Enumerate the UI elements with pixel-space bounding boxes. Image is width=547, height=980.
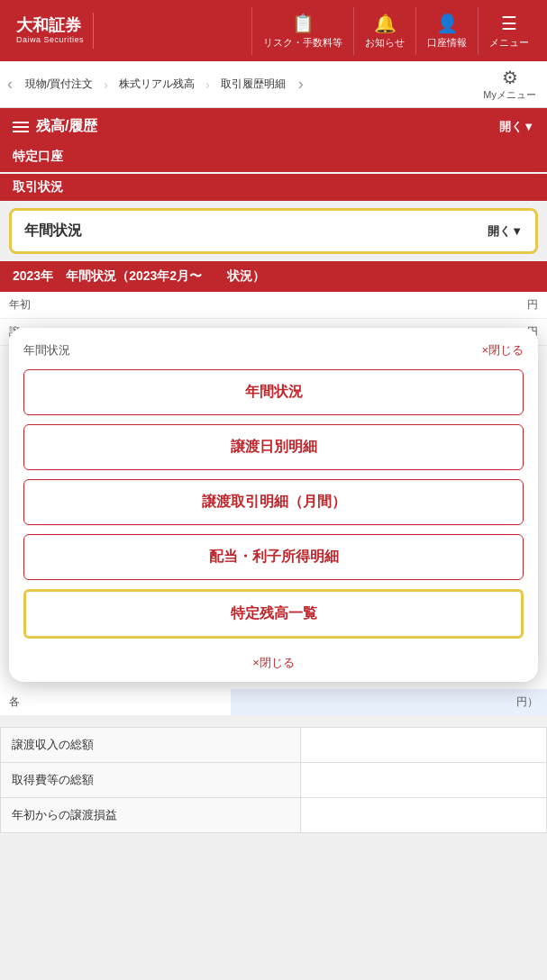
account-nav-item[interactable]: 👤 口座情報: [415, 7, 478, 55]
sub-section-tokutei: 特定口座: [0, 145, 547, 172]
bottom-table-wrapper: 譲渡収入の総額 取得費等の総額 年初からの譲渡損益: [0, 727, 547, 833]
popup-menu-tokutei[interactable]: 特定残高一覧: [23, 589, 524, 639]
logo-main: 大和証券: [16, 16, 84, 36]
cell-label: 譲渡収入の総額: [1, 728, 301, 763]
table-row: 年初からの譲渡損益: [1, 798, 547, 833]
clipboard-icon: 📋: [292, 13, 315, 34]
popup-menu-nenkan[interactable]: 年間状況: [23, 369, 524, 415]
risk-nav-label: リスク・手数料等: [263, 36, 342, 50]
app-header: 大和証券 Daiwa Securities 📋 リスク・手数料等 🔔 お知らせ …: [0, 0, 547, 61]
cell-value: [301, 798, 547, 833]
section-title: 残高/履歴: [36, 117, 97, 136]
person-icon: 👤: [436, 13, 459, 34]
popup-menu-joto-torihiki[interactable]: 譲渡取引明細（月間）: [23, 479, 524, 525]
my-menu-button[interactable]: ⚙ Myメニュー: [476, 63, 543, 105]
menu-nav-label: メニュー: [489, 36, 529, 50]
cell-label: 年初からの譲渡損益: [1, 798, 301, 833]
sub-section-label: 特定口座: [13, 149, 63, 163]
nenkanjokyo-box[interactable]: 年間状況 開く▼: [9, 208, 538, 254]
popup-header: 年間状況 ×閉じる: [23, 342, 524, 358]
account-nav-label: 口座情報: [427, 36, 467, 50]
notice-nav-item[interactable]: 🔔 お知らせ: [353, 7, 415, 55]
nenkanjokyo-label: 年間状況: [24, 222, 82, 240]
popup-menu-joto-hibet[interactable]: 譲渡日別明細: [23, 424, 524, 470]
hamburger-icon: ☰: [501, 13, 517, 34]
tab-bar: ‹ 現物/買付注文 › 株式リアル残高 › 取引履歴明細 › ⚙ Myメニュー: [0, 61, 547, 108]
risk-nav-item[interactable]: 📋 リスク・手数料等: [251, 7, 353, 55]
bottom-table: 譲渡収入の総額 取得費等の総額 年初からの譲渡損益: [0, 727, 547, 833]
popup-overlay: 年間状況 ×閉じる 年間状況 譲渡日別明細 譲渡取引明細（月間） 配当・利子所得…: [9, 328, 538, 682]
section-header: 残高/履歴 開く▼: [0, 108, 547, 145]
tab-separator-1: ›: [102, 77, 110, 92]
popup-footer-close[interactable]: ×閉じる: [23, 648, 524, 675]
menu-nav-item[interactable]: ☰ メニュー: [478, 7, 540, 55]
cell-label: 取得費等の総額: [1, 763, 301, 798]
popup-box: 年間状況 ×閉じる 年間状況 譲渡日別明細 譲渡取引明細（月間） 配当・利子所得…: [9, 328, 538, 682]
gear-icon: ⚙: [502, 67, 518, 88]
header-nav: 📋 リスク・手数料等 🔔 お知らせ 👤 口座情報 ☰ メニュー: [94, 7, 540, 55]
background-table-lower: 各 円）: [0, 689, 547, 716]
table-row: 年初 円: [0, 292, 547, 319]
notice-nav-label: お知らせ: [365, 36, 405, 50]
trade-status-label: 取引状況: [0, 174, 547, 201]
tab-genbutu[interactable]: 現物/買付注文: [18, 71, 100, 97]
tab-left-arrow[interactable]: ‹: [4, 71, 16, 97]
section-toggle[interactable]: 開く▼: [499, 119, 534, 135]
table-row: 取得費等の総額: [1, 763, 547, 798]
bell-icon: 🔔: [374, 13, 397, 34]
menu-lines-icon: [13, 122, 29, 132]
tab-right-arrow[interactable]: ›: [295, 71, 307, 97]
content-area: 2023年 年間状況（2023年2月〜 状況） 年初 円 譲 円 年間状況 ×閉…: [0, 261, 547, 716]
tab-kabushiki[interactable]: 株式リアル残高: [112, 71, 202, 97]
table-row: 各 円）: [0, 689, 547, 716]
cell-value: [301, 763, 547, 798]
year-header: 2023年 年間状況（2023年2月〜 状況）: [0, 261, 547, 292]
logo-sub: Daiwa Securities: [16, 35, 84, 45]
tab-torihiki[interactable]: 取引履歴明細: [214, 71, 293, 97]
popup-close-top[interactable]: ×閉じる: [481, 342, 524, 358]
popup-menu-haitou[interactable]: 配当・利子所得明細: [23, 534, 524, 580]
cell-value: [301, 728, 547, 763]
year-header-text: 2023年 年間状況（2023年2月〜 状況）: [13, 268, 265, 283]
table-row: 譲渡収入の総額: [1, 728, 547, 763]
popup-header-label: 年間状況: [23, 342, 70, 358]
my-menu-label: Myメニュー: [483, 88, 536, 102]
section-header-left: 残高/履歴: [13, 117, 97, 136]
tab-separator-2: ›: [204, 77, 212, 92]
nenkanjokyo-toggle[interactable]: 開く▼: [488, 223, 523, 240]
logo: 大和証券 Daiwa Securities: [7, 13, 94, 49]
